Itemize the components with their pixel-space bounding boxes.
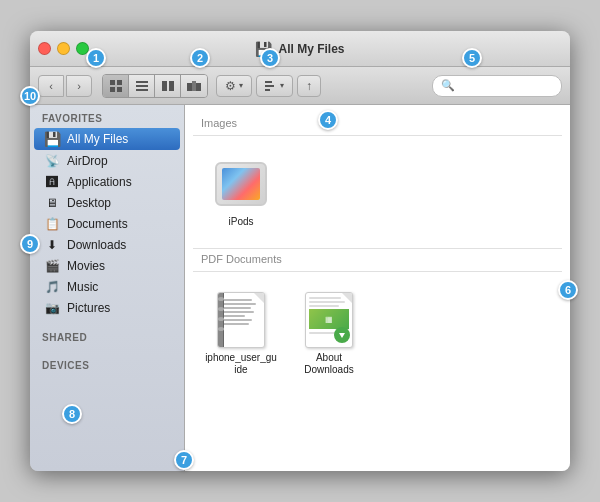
all-my-files-label: All My Files	[67, 132, 128, 146]
callout-6: 6	[558, 280, 578, 300]
back-button[interactable]: ‹	[38, 75, 64, 97]
pictures-icon: 📷	[44, 301, 60, 315]
outer-container: 1 2 3 4 5 6 7 8 9 10 💾 All My Files ‹ ›	[0, 0, 600, 502]
favorites-header: FAVORITES	[30, 105, 184, 127]
iphone-guide-filename: iphone_user_guide	[205, 352, 277, 376]
callout-4: 4	[318, 110, 338, 130]
applications-icon: 🅰	[44, 175, 60, 189]
iphone-guide-thumbnail	[213, 292, 269, 348]
applications-label: Applications	[67, 175, 132, 189]
svg-rect-14	[265, 89, 270, 91]
pdf-line	[309, 301, 345, 303]
doc-line	[222, 311, 254, 313]
doc-line	[222, 299, 252, 301]
sidebar-item-desktop[interactable]: 🖥 Desktop	[34, 193, 180, 213]
svg-rect-3	[117, 87, 122, 92]
file-item-about-downloads[interactable]: ▦ About Downloa	[289, 288, 369, 380]
pdf-line	[309, 305, 339, 307]
svg-rect-0	[110, 80, 115, 85]
sidebar-item-downloads[interactable]: ⬇ Downloads	[34, 235, 180, 255]
svg-rect-13	[265, 85, 274, 87]
content-area: Images iPods PDF Documents	[185, 105, 570, 471]
arrange-icon	[265, 81, 277, 91]
music-label: Music	[67, 280, 98, 294]
finder-window: 💾 All My Files ‹ ›	[30, 31, 570, 471]
pictures-label: Pictures	[67, 301, 110, 315]
sidebar-item-airdrop[interactable]: 📡 AirDrop	[34, 151, 180, 171]
svg-rect-9	[187, 83, 192, 91]
doc-thumb-guide	[217, 292, 265, 348]
callout-5: 5	[462, 48, 482, 68]
svg-rect-1	[117, 80, 122, 85]
devices-header: DEVICES	[30, 352, 184, 374]
action-button[interactable]: ⚙ ▾	[216, 75, 252, 97]
airdrop-label: AirDrop	[67, 154, 108, 168]
callout-1: 1	[86, 48, 106, 68]
titlebar: 💾 All My Files	[30, 31, 570, 67]
sidebar-item-pictures[interactable]: 📷 Pictures	[34, 298, 180, 318]
close-button[interactable]	[38, 42, 51, 55]
downloads-label: Downloads	[67, 238, 126, 252]
arrange-button[interactable]: ▾	[256, 75, 293, 97]
ipad-image	[215, 162, 267, 206]
list-view-button[interactable]	[129, 75, 155, 97]
airdrop-icon: 📡	[44, 154, 60, 168]
ipad-screen	[222, 168, 260, 200]
doc-line	[222, 323, 249, 325]
pdf-doc-thumb-downloads: ▦	[305, 292, 353, 348]
icon-view-button[interactable]	[103, 75, 129, 97]
file-item-iphone-guide[interactable]: iphone_user_guide	[201, 288, 281, 380]
all-my-files-icon: 💾	[44, 131, 60, 147]
svg-rect-7	[162, 81, 167, 91]
sidebar: FAVORITES 💾 All My Files 📡 AirDrop 🅰 App…	[30, 105, 185, 471]
badge-arrow	[339, 333, 345, 338]
window-title: All My Files	[278, 42, 344, 56]
coverflow-view-button[interactable]	[181, 75, 207, 97]
svg-rect-4	[136, 81, 148, 83]
search-icon: 🔍	[441, 79, 455, 92]
action-arrow: ▾	[239, 81, 243, 90]
svg-rect-2	[110, 87, 115, 92]
share-icon: ↑	[306, 79, 312, 93]
green-badge	[334, 327, 350, 343]
desktop-icon: 🖥	[44, 196, 60, 210]
pdf-section-header: PDF Documents	[193, 249, 562, 272]
search-box[interactable]: 🔍	[432, 75, 562, 97]
column-view-button[interactable]	[155, 75, 181, 97]
minimize-button[interactable]	[57, 42, 70, 55]
images-section-header: Images	[193, 113, 562, 136]
movies-icon: 🎬	[44, 259, 60, 273]
doc-line	[222, 315, 245, 317]
share-button[interactable]: ↑	[297, 75, 321, 97]
callout-2: 2	[190, 48, 210, 68]
sidebar-item-documents[interactable]: 📋 Documents	[34, 214, 180, 234]
view-buttons	[102, 74, 208, 98]
doc-line	[222, 303, 256, 305]
svg-rect-11	[196, 83, 201, 91]
pdf-section: PDF Documents	[193, 248, 562, 392]
shared-header: SHARED	[30, 324, 184, 346]
sidebar-item-music[interactable]: 🎵 Music	[34, 277, 180, 297]
forward-button[interactable]: ›	[66, 75, 92, 97]
main-area: FAVORITES 💾 All My Files 📡 AirDrop 🅰 App…	[30, 105, 570, 471]
traffic-lights	[38, 42, 89, 55]
music-icon: 🎵	[44, 280, 60, 294]
sidebar-item-all-my-files[interactable]: 💾 All My Files	[34, 128, 180, 150]
svg-rect-8	[169, 81, 174, 91]
pdf-file-grid: iphone_user_guide	[193, 282, 562, 392]
search-input[interactable]	[459, 80, 553, 92]
sidebar-item-movies[interactable]: 🎬 Movies	[34, 256, 180, 276]
svg-rect-10	[192, 81, 196, 91]
movies-label: Movies	[67, 259, 105, 273]
ipods-thumbnail	[213, 156, 269, 212]
spiral-binding	[218, 293, 224, 347]
doc-lines	[218, 293, 264, 347]
callout-9: 9	[20, 234, 40, 254]
pdf-line	[309, 297, 341, 299]
downloads-icon: ⬇	[44, 238, 60, 252]
sidebar-item-applications[interactable]: 🅰 Applications	[34, 172, 180, 192]
documents-icon: 📋	[44, 217, 60, 231]
file-item-ipods[interactable]: iPods	[201, 152, 281, 232]
callout-7: 7	[174, 450, 194, 470]
svg-rect-6	[136, 89, 148, 91]
